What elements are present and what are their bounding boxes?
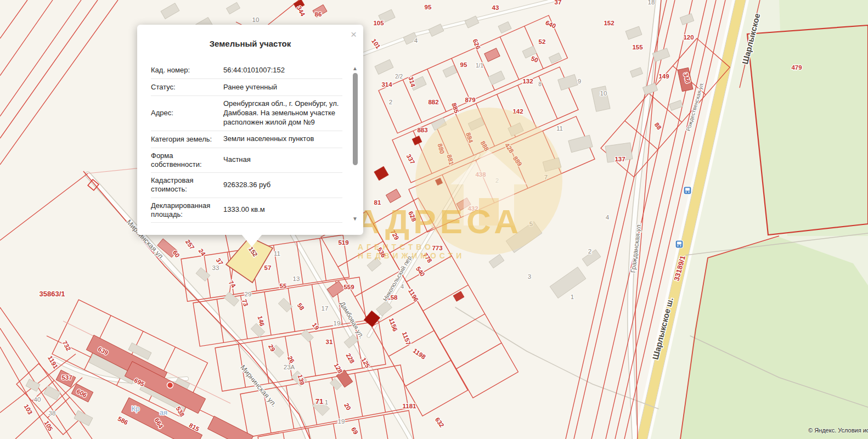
popup-body: Кад. номер: 56:44:0101007:152 Статус: Ра…	[151, 62, 342, 229]
parcel-number-label: 149	[658, 73, 669, 80]
parcel-number-label: 23А	[284, 364, 295, 370]
field-row: Форма собственности: Частная	[151, 148, 342, 173]
parcel-number-label: 81	[374, 199, 381, 206]
field-label: Декларированная площадь:	[151, 201, 221, 219]
parcel-number-label: 1	[571, 294, 574, 300]
parcel-number-label: 137	[615, 156, 625, 162]
parcel-number-label: 17	[322, 305, 329, 312]
field-value: 1333.00 кв.м	[221, 205, 342, 215]
parcel-number-label: 2/2	[395, 74, 403, 80]
parcel-number-label: 4	[414, 37, 418, 44]
field-row: Кадастровая стоимость: 926328.36 руб	[151, 173, 342, 198]
parcel-number-label: 29	[245, 291, 252, 297]
parcel-number-label: 10	[252, 16, 260, 23]
map-pin-icon	[167, 382, 173, 389]
parcel-number-label: 13	[293, 275, 300, 282]
popup-title: Земельный участок	[137, 39, 363, 48]
parcel-number-label: 105	[373, 20, 384, 26]
field-row: Кад. номер: 56:44:0101007:152	[151, 62, 342, 79]
parcel-number-label: ая	[160, 408, 167, 417]
parcel-number-label: 479	[791, 64, 802, 71]
field-label: Категория земель:	[151, 135, 221, 144]
parcel-number-label: 132	[522, 78, 533, 85]
field-row: Категория земель: Земли населенных пункт…	[151, 131, 342, 148]
scroll-up-icon[interactable]: ▲	[352, 65, 358, 71]
parcel-number-label: 40	[34, 396, 41, 403]
parcel-number-label: 71	[315, 397, 323, 406]
parcel-number-label: 57	[264, 264, 272, 271]
parcel-number-label: 142	[512, 108, 523, 115]
parcel-number-label: 1	[325, 399, 328, 406]
parcel-number-label: 19	[338, 418, 345, 425]
parcel-number-label: 314	[381, 81, 392, 88]
cadastral-map[interactable]: 344861010595434101626951/12/231431423718…	[0, 0, 868, 439]
parcel-number-label: 11	[556, 125, 563, 132]
parcel-number-label: 8	[538, 81, 542, 87]
parcel-number-label: 31	[326, 339, 333, 345]
parcel-number-label: 2	[588, 248, 591, 255]
close-icon[interactable]: ×	[351, 29, 357, 40]
parcel-number-label: 55	[280, 283, 287, 289]
popup-tail-pointer	[241, 234, 262, 247]
parcel-number-label: 95	[425, 4, 432, 10]
field-label: Адрес:	[151, 109, 221, 117]
field-label: Кадастровая стоимость:	[151, 176, 221, 194]
parcel-number-label: Кр	[132, 404, 140, 413]
field-label: Статус:	[151, 83, 221, 92]
parcel-info-popup: × Земельный участок Кад. номер: 56:44:01…	[137, 25, 363, 235]
parcel-number-label: 559	[343, 284, 354, 290]
parcel-number-label: 537	[61, 374, 72, 381]
bus-stop-icon[interactable]	[684, 187, 691, 194]
field-row: Статус: Ранее учтенный	[151, 79, 342, 96]
parcel-number-label: 432	[467, 205, 478, 212]
parcel-number-label: 120	[683, 34, 694, 41]
map-attribution[interactable]: © Яндекс. Условия использования	[808, 427, 868, 434]
parcel-number-label: 2	[495, 177, 499, 184]
parcel-number-label: 1181	[403, 403, 417, 409]
parcel-number-label: 5	[529, 221, 533, 227]
parcel-number-label: 7	[544, 174, 548, 181]
field-value: Ранее учтенный	[221, 83, 342, 92]
field-row: Адрес: Оренбургская обл., г. Оренбург, у…	[151, 96, 342, 131]
field-value: 926328.36 руб	[221, 181, 342, 190]
field-value: Частная	[221, 155, 342, 165]
field-value: 56:44:0101007:152	[221, 66, 342, 75]
parcel-number-label: 882	[428, 99, 438, 105]
parcel-number-label: 519	[338, 239, 348, 246]
parcel-number-label: 95	[460, 61, 467, 68]
parcel-number-label: 4	[401, 283, 404, 290]
parcel-number-label: 10	[600, 90, 607, 97]
parcel-number-label: 19	[334, 320, 341, 327]
cadastral-map-app: 344861010595434101626951/12/231431423718…	[0, 0, 868, 439]
parcel-number-label: 86	[315, 11, 322, 18]
parcel-number-label: 155	[632, 44, 643, 50]
parcel-number-label: 43	[492, 4, 499, 11]
parcel-number-label: 879	[465, 97, 475, 103]
scroll-down-icon[interactable]: ▼	[352, 216, 358, 222]
field-value: Земли населенных пунктов	[221, 134, 342, 144]
parcel-number-label: 883	[417, 127, 427, 133]
bus-stop-icon[interactable]	[675, 240, 683, 248]
parcel-number-label: 11	[274, 250, 280, 257]
parcel-number-label: 52	[539, 38, 546, 45]
parcel-number-label: 9	[578, 78, 581, 85]
field-label: Кад. номер:	[151, 66, 221, 75]
parcel-number-label: 37	[555, 0, 562, 5]
field-label: Форма собственности:	[151, 151, 221, 170]
parcel-number-label: 4	[606, 214, 610, 221]
parcel-number-label: 18	[648, 0, 655, 5]
parcel-number-label: 1/1	[476, 63, 483, 69]
parcel-number-label: 35863/1	[40, 290, 65, 298]
parcel-number-label: 438	[475, 171, 486, 178]
parcel-number-label: 38	[49, 410, 56, 417]
parcel-number-label: 152	[604, 20, 614, 26]
field-value: Оренбургская обл., г. Оренбург, ул. Дамб…	[221, 99, 342, 127]
scrollbar-thumb[interactable]	[353, 73, 358, 165]
parcel-number-label: 773	[432, 245, 442, 251]
field-row: Декларированная площадь: 1333.00 кв.м	[151, 198, 342, 223]
parcel-number-label: 33	[212, 264, 219, 271]
parcel-number-label: 3	[528, 273, 531, 280]
parcel-number-label: 2	[389, 99, 392, 105]
